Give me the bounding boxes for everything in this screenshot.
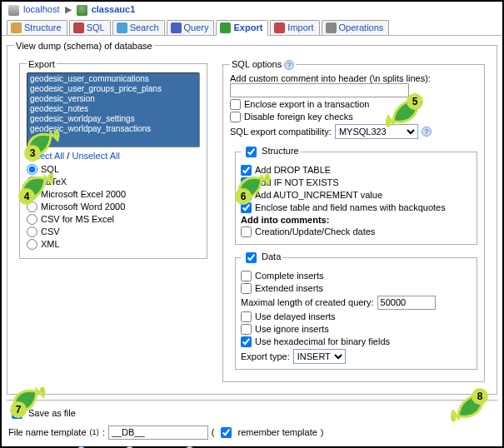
unselect-all-link[interactable]: Unselect All [72, 151, 119, 161]
chk-data-master[interactable] [246, 252, 257, 263]
save-as-file-fieldset: Save as file File name template (1): ( r… [7, 400, 497, 448]
radio-latex[interactable] [27, 177, 37, 187]
radio-csvms[interactable] [27, 214, 37, 225]
breadcrumb: localhost ▶ classauc1 [2, 2, 502, 17]
chk-creation-dates[interactable] [241, 226, 252, 237]
radio-sql[interactable] [27, 164, 37, 175]
header-comment-input[interactable] [230, 83, 409, 97]
sql-options-fieldset: SQL options ? Add custom comment into he… [222, 59, 485, 382]
radio-word[interactable] [27, 202, 37, 212]
tab-label: Import [287, 22, 313, 32]
export-type-select[interactable]: INSERT [293, 349, 346, 364]
chk-delayed[interactable] [241, 311, 252, 322]
format-radios: SQL LaTeX Microsoft Excel 2000 Microsoft… [27, 164, 200, 250]
database-link[interactable]: classauc1 [92, 4, 136, 14]
table-select[interactable]: geodesic_user_communications geodesic_us… [27, 72, 200, 147]
chk-backquotes[interactable] [241, 202, 252, 213]
tab-label: Search [130, 22, 159, 32]
compat-select[interactable]: MYSQL323 [335, 124, 418, 139]
chk-ignore[interactable] [241, 324, 252, 335]
chk-remember-template[interactable] [221, 427, 232, 438]
chk-enclose-transaction[interactable] [230, 99, 241, 110]
chk-save-as-file[interactable] [12, 408, 22, 419]
into-comments-label: Add into comments: [241, 215, 472, 225]
sql-icon [73, 22, 84, 33]
import-icon [274, 22, 285, 33]
tab-sql[interactable]: SQL [69, 20, 111, 35]
tab-operations[interactable]: Operations [322, 20, 390, 35]
chk-drop-table[interactable] [241, 165, 252, 176]
structure-icon [11, 22, 22, 33]
select-all-link[interactable]: Select All [27, 151, 64, 161]
operations-icon [326, 22, 337, 33]
chk-structure-master[interactable] [246, 147, 257, 157]
template-label: File name template [8, 427, 87, 437]
radio-xml[interactable] [27, 239, 37, 250]
tab-query[interactable]: Query [167, 20, 215, 35]
tab-structure[interactable]: Structure [7, 20, 67, 35]
chk-if-not-exists[interactable] [241, 177, 252, 188]
chk-hex[interactable] [241, 336, 252, 347]
export-fieldset: Export geodesic_user_communications geod… [19, 59, 207, 259]
tab-export[interactable]: Export [216, 20, 268, 36]
tab-label: Structure [24, 22, 62, 32]
sql-options-legend: SQL options ? [230, 59, 296, 70]
tab-search[interactable]: Search [112, 20, 165, 35]
view-dump-legend: View dump (schema) of database [14, 41, 154, 51]
radio-excel[interactable] [27, 189, 37, 200]
data-fieldset: Data Complete inserts Extended inserts M… [235, 250, 477, 370]
maxlen-label: Maximal length of created query: [241, 297, 374, 307]
compat-label: SQL export compatibility: [230, 127, 332, 137]
structure-fieldset: Structure Add DROP TABLE Add IF NOT EXIS… [235, 144, 477, 245]
export-type-label: Export type: [241, 351, 290, 361]
radio-csv[interactable] [27, 226, 37, 237]
chk-extended-inserts[interactable] [241, 283, 252, 294]
chk-disable-fk[interactable] [230, 112, 241, 122]
maxlen-input[interactable] [377, 296, 436, 310]
tab-label: Operations [339, 22, 384, 32]
database-icon [77, 5, 87, 16]
server-link[interactable]: localhost [23, 4, 59, 14]
tabs: Structure SQL Search Query Export Import… [2, 17, 502, 36]
add-comment-label: Add custom comment into header (\n split… [230, 73, 477, 83]
export-icon [220, 22, 231, 33]
query-icon [171, 22, 182, 33]
filename-template-input[interactable] [108, 426, 208, 440]
server-icon [8, 5, 19, 16]
breadcrumb-separator: ▶ [65, 4, 72, 14]
tab-import[interactable]: Import [270, 20, 319, 35]
help-icon[interactable]: ? [284, 60, 294, 70]
tab-label: Export [233, 22, 262, 32]
chk-auto-increment[interactable] [241, 190, 252, 201]
export-legend: Export [27, 59, 57, 69]
help-icon[interactable]: ? [422, 127, 432, 137]
tab-label: SQL [87, 22, 105, 32]
chk-complete-inserts[interactable] [241, 271, 252, 281]
search-icon [117, 22, 127, 33]
view-dump-fieldset: View dump (schema) of database Export ge… [7, 41, 497, 395]
tab-label: Query [184, 22, 209, 32]
